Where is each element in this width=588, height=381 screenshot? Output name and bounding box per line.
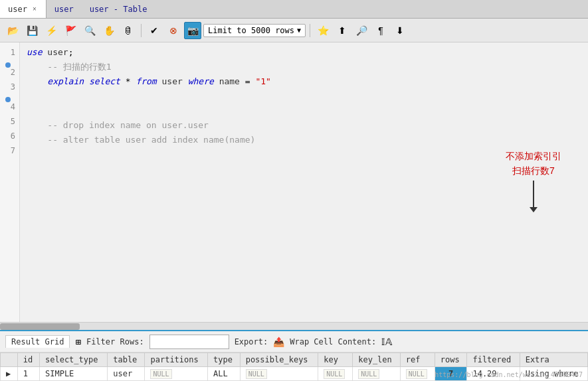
open-folder-button[interactable]: 📂: [4, 22, 21, 39]
line-num-7: 7: [0, 143, 19, 158]
col-ref[interactable]: ref: [400, 353, 435, 367]
star-button[interactable]: ⭐: [314, 22, 332, 39]
tab-user-table[interactable]: user - Table: [82, 0, 155, 18]
tab-user-active[interactable]: user ×: [0, 0, 47, 18]
col-rows[interactable]: rows: [435, 353, 467, 367]
stop-button[interactable]: ⊗: [165, 22, 182, 39]
col-table[interactable]: table: [108, 353, 145, 367]
col-key[interactable]: key: [318, 353, 353, 367]
toolbar-separator: [141, 24, 142, 37]
code-line-6: -- drop index name on user.user: [27, 118, 581, 133]
scrollbar-thumb[interactable]: [0, 323, 80, 330]
results-toolbar: Result Grid ⊞ Filter Rows: Export: 📤 Wra…: [0, 331, 588, 352]
check-button[interactable]: ✔: [146, 22, 163, 39]
camera-button[interactable]: 📷: [184, 22, 201, 39]
filter-label: Filter Rows:: [86, 337, 144, 346]
toolbar-separator-2: [310, 24, 310, 37]
code-line-7: -- alter table user add index name(name): [27, 133, 581, 147]
line-num-5: 5: [0, 114, 19, 129]
code-line-5: [27, 104, 581, 118]
wrap-label: Wrap Cell Content:: [290, 337, 376, 346]
line-num-1: 1: [0, 45, 19, 65]
magnify-button[interactable]: 🔎: [353, 22, 370, 39]
filter-input[interactable]: [149, 335, 229, 349]
annotation: 不添加索引引 扫描行数7: [506, 149, 561, 212]
code-editor[interactable]: use user; -- 扫描的行数1 explain select * fro…: [20, 42, 588, 322]
cell-id: 1: [17, 367, 39, 381]
db-button[interactable]: 🛢: [120, 22, 137, 39]
col-filtered[interactable]: filtered: [467, 353, 520, 367]
line-numbers: 1 2 3 4 5 6 7: [0, 42, 20, 322]
row-arrow[interactable]: ▶: [1, 367, 18, 381]
hand-button[interactable]: ✋: [100, 22, 118, 39]
limit-label: Limit to 5000 rows: [208, 26, 294, 35]
col-extra[interactable]: Extra: [520, 353, 587, 367]
main-toolbar: 📂 💾 ⚡ 🚩 🔍 ✋ 🛢 ✔ ⊗ 📷 Limit to 5000 rows ▼…: [0, 19, 588, 42]
col-arrow: [1, 353, 18, 367]
code-line-4: [27, 89, 581, 104]
import-button[interactable]: ⬇: [391, 22, 409, 39]
annotation-line2: 扫描行数7: [506, 163, 561, 178]
tab-bar: user × user user - Table: [0, 0, 588, 19]
table-header: id select_type table partitions type pos…: [1, 353, 588, 367]
line-num-3: 3: [0, 80, 19, 100]
cell-table: user: [108, 367, 145, 381]
main-container: user × user user - Table 📂 💾 ⚡ 🚩 🔍 ✋ 🛢 ✔…: [0, 0, 588, 381]
line-num-4: 4: [0, 100, 19, 114]
col-id[interactable]: id: [17, 353, 39, 367]
col-select-type[interactable]: select_type: [39, 353, 107, 367]
cell-key-len: NULL: [353, 367, 401, 381]
code-line-3: explain select * from user where name = …: [27, 74, 581, 89]
cell-partitions: NULL: [145, 367, 208, 381]
para-button[interactable]: ¶: [372, 22, 389, 39]
line-num-6: 6: [0, 129, 19, 143]
export-label: Export:: [235, 337, 268, 346]
editor-inner: 1 2 3 4 5 6 7 use user; -- 扫描的行数1 explai…: [0, 42, 588, 322]
line-num-2: 2: [0, 65, 19, 80]
horizontal-scrollbar[interactable]: [0, 322, 588, 330]
watermark: https://blog.csdn.net/weixin_43379487: [435, 371, 583, 378]
cell-select-type: SIMPLE: [39, 367, 107, 381]
result-grid-tab[interactable]: Result Grid: [5, 335, 70, 348]
search-button[interactable]: 🔍: [81, 22, 98, 39]
code-line-2: -- 扫描的行数1: [27, 60, 581, 74]
flag-button[interactable]: 🚩: [62, 22, 79, 39]
grid-icon: ⊞: [75, 337, 80, 347]
export-icon[interactable]: 📤: [273, 337, 284, 347]
col-partitions[interactable]: partitions: [145, 353, 208, 367]
results-panel: Result Grid ⊞ Filter Rows: Export: 📤 Wra…: [0, 330, 588, 381]
tab-active-label: user: [8, 5, 27, 14]
col-key-len[interactable]: key_len: [353, 353, 401, 367]
limit-arrow: ▼: [297, 27, 301, 34]
cell-ref: NULL: [400, 367, 435, 381]
col-possible-keys[interactable]: possible_keys: [240, 353, 318, 367]
tab-close-button[interactable]: ×: [31, 5, 38, 13]
cell-type: ALL: [208, 367, 241, 381]
annotation-line1: 不添加索引引: [506, 149, 561, 163]
code-line-1: use user;: [27, 45, 581, 60]
cell-possible-keys: NULL: [240, 367, 318, 381]
limit-select[interactable]: Limit to 5000 rows ▼: [203, 24, 306, 37]
save-button[interactable]: 💾: [23, 22, 41, 39]
wrap-icon: 𝕀𝔸: [381, 337, 392, 347]
tab-user-2[interactable]: user: [47, 0, 82, 18]
col-type[interactable]: type: [208, 353, 241, 367]
annotation-arrow: [506, 181, 561, 212]
execute-button[interactable]: ⚡: [43, 22, 60, 39]
export-button[interactable]: ⬆: [334, 22, 351, 39]
editor-wrapper: 1 2 3 4 5 6 7 use user; -- 扫描的行数1 explai…: [0, 42, 588, 330]
cell-key: NULL: [318, 367, 353, 381]
